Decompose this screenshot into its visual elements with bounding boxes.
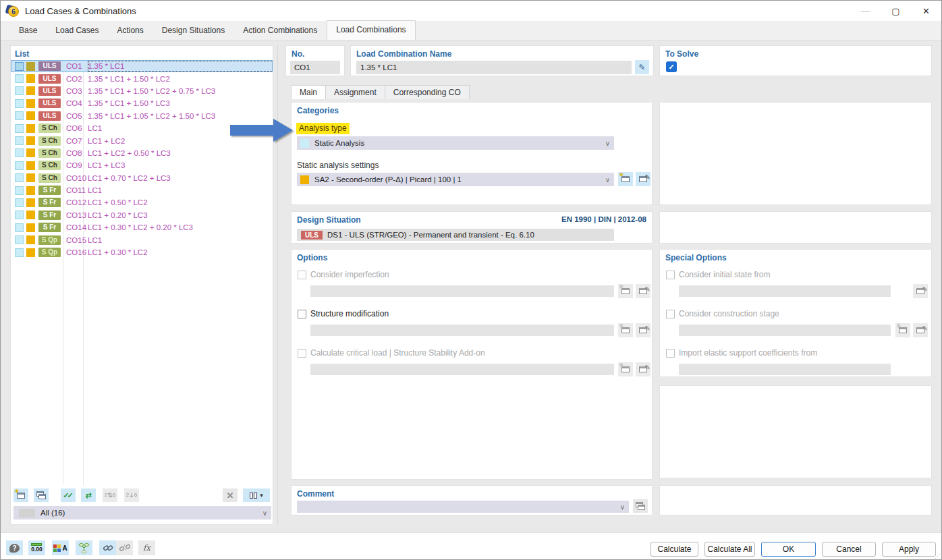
- name-label: Load Combination Name: [356, 49, 451, 59]
- edit-settings-button[interactable]: ✎: [636, 172, 650, 186]
- list-item[interactable]: S Ch CO9 LC1 + LC3: [11, 159, 273, 171]
- tab-load-cases[interactable]: Load Cases: [47, 22, 107, 40]
- no-field: CO1: [290, 61, 340, 74]
- check-all-button[interactable]: ✓✓: [61, 488, 76, 502]
- chevron-down-icon: ∨: [620, 503, 625, 511]
- edit-critical-load-button[interactable]: ✎: [636, 362, 650, 376]
- columns-icon: [250, 493, 257, 499]
- chevron-down-icon: ∨: [605, 140, 610, 147]
- edit-initial-state-button[interactable]: ✎: [913, 284, 928, 298]
- new-construction-stage-button[interactable]: ✶: [895, 323, 910, 337]
- delete-co-button[interactable]: ✕: [223, 488, 238, 502]
- import-elastic-support-checkbox[interactable]: [666, 349, 675, 358]
- solve-swatch: [15, 136, 24, 145]
- dropdown-arrow-icon: ▾: [260, 492, 263, 499]
- new-settings-button[interactable]: ✶: [618, 172, 633, 186]
- units-settings-button[interactable]: 0.00: [28, 540, 45, 555]
- comment-dropdown[interactable]: ∨: [297, 501, 629, 513]
- color-swatch: [26, 211, 35, 219]
- close-button[interactable]: ✕: [911, 1, 941, 21]
- structure-modification-checkbox[interactable]: [298, 310, 306, 318]
- chain-link-icon: [103, 542, 113, 553]
- new-structure-modification-button[interactable]: ✶: [618, 323, 633, 337]
- co-number-panel: No. CO1: [285, 45, 345, 76]
- list-item[interactable]: ULS CO3 1.35 * LC1 + 1.50 * LC2 + 0.75 *…: [11, 85, 273, 97]
- list-item[interactable]: S Fr CO14 LC1 + 0.30 * LC2 + 0.20 * LC3: [11, 221, 273, 233]
- design-situation-field[interactable]: ULS DS1 - ULS (STR/GEO) - Permanent and …: [297, 229, 614, 241]
- model-tree-button[interactable]: [76, 540, 92, 555]
- design-situation-badge: S Fr: [38, 198, 61, 207]
- edit-structure-modification-button[interactable]: ✎: [636, 323, 650, 337]
- subtab-assignment[interactable]: Assignment: [326, 85, 385, 99]
- color-swatch: [26, 173, 35, 182]
- cancel-button[interactable]: Cancel: [822, 542, 876, 557]
- columns-view-button[interactable]: ▾: [243, 488, 270, 502]
- ok-button[interactable]: OK: [761, 542, 816, 557]
- solve-swatch: [15, 74, 24, 83]
- list-filter-dropdown[interactable]: All (16) ∨: [13, 506, 271, 520]
- units-icon: 0.00: [31, 543, 43, 553]
- formula-button[interactable]: fx: [138, 540, 155, 555]
- list-item[interactable]: S Fr CO12 LC1 + 0.50 * LC2: [11, 196, 273, 208]
- design-situation-value: DS1 - ULS (STR/GEO) - Permanent and tran…: [327, 231, 534, 239]
- title-bar[interactable]: 6 Load Cases & Combinations — ▢ ✕: [1, 1, 941, 21]
- tab-action-combinations[interactable]: Action Combinations: [234, 22, 326, 40]
- help-button[interactable]: ?: [6, 540, 23, 555]
- edit-construction-stage-button[interactable]: ✎: [913, 323, 928, 337]
- list-item[interactable]: S Qp CO15 LC1: [11, 233, 273, 246]
- link-button[interactable]: [99, 540, 116, 555]
- empty-panel: [659, 102, 932, 205]
- tab-load-combinations[interactable]: Load Combinations: [327, 20, 415, 40]
- design-situation-title: Design Situation: [297, 215, 361, 225]
- copy-comment-button[interactable]: [633, 499, 648, 513]
- design-situation-badge: ULS: [38, 61, 61, 71]
- maximize-button[interactable]: ▢: [881, 1, 911, 21]
- list-item[interactable]: S Fr CO13 LC1 + 0.20 * LC3: [11, 209, 273, 221]
- calculate-all-button[interactable]: Calculate All: [704, 542, 755, 557]
- consider-initial-state-checkbox[interactable]: [666, 271, 675, 279]
- calculate-critical-load-checkbox[interactable]: [298, 349, 306, 358]
- new-co-button[interactable]: ✶: [13, 488, 28, 502]
- rename-button[interactable]: ✎: [635, 60, 649, 74]
- list-item[interactable]: S Fr CO11 LC1: [11, 184, 273, 196]
- copy-co-button[interactable]: [34, 488, 49, 502]
- display-settings-button[interactable]: A: [52, 540, 69, 555]
- list-item[interactable]: ULS CO1 1.35 * LC1: [11, 60, 273, 72]
- options-title: Options: [297, 253, 327, 262]
- renumber-gaps-button[interactable]: 2⇣6: [124, 488, 139, 502]
- uls-badge: ULS: [301, 231, 323, 240]
- static-settings-dropdown[interactable]: SA2 - Second-order (P-Δ) | Picard | 100 …: [297, 173, 614, 186]
- resize-grip[interactable]: ⋰: [935, 554, 940, 559]
- apply-button[interactable]: Apply: [882, 542, 936, 557]
- co-formula: LC1: [88, 185, 273, 196]
- to-solve-checkbox[interactable]: ✓: [666, 61, 677, 72]
- elastic-support-field: [679, 364, 891, 375]
- unlink-button[interactable]: [116, 540, 133, 555]
- minimize-button[interactable]: —: [850, 1, 881, 21]
- renumber-button[interactable]: 2⇅6: [103, 488, 117, 502]
- new-critical-load-button[interactable]: ✶: [618, 362, 633, 376]
- tab-base[interactable]: Base: [10, 22, 46, 40]
- analysis-type-dropdown[interactable]: Static Analysis ∨: [297, 136, 614, 150]
- list-item[interactable]: S Ch CO8 LC1 + LC2 + 0.50 * LC3: [11, 147, 273, 159]
- chevron-down-icon: ∨: [262, 509, 267, 517]
- subtab-main[interactable]: Main: [291, 85, 326, 99]
- name-field[interactable]: 1.35 * LC1: [356, 61, 632, 74]
- co-formula: 1.35 * LC1 + 1.50 * LC2 + 0.75 * LC3: [88, 86, 273, 96]
- edit-imperfection-button[interactable]: ✎: [636, 284, 650, 298]
- new-imperfection-button[interactable]: ✶: [618, 284, 633, 298]
- tab-design-situations[interactable]: Design Situations: [153, 22, 233, 40]
- subtab-corresponding-co[interactable]: Corresponding CO: [385, 85, 470, 99]
- list-item[interactable]: ULS CO2 1.35 * LC1 + 1.50 * LC2: [11, 72, 273, 84]
- tab-actions[interactable]: Actions: [108, 22, 152, 40]
- panel-splitter[interactable]: [277, 45, 278, 525]
- empty-panel: [659, 211, 932, 244]
- list-item[interactable]: ULS CO4 1.35 * LC1 + 1.50 * LC3: [11, 97, 273, 109]
- invert-selection-button[interactable]: ⇄: [81, 488, 96, 502]
- consider-initial-state-label: Consider initial state from: [679, 270, 770, 279]
- consider-imperfection-checkbox[interactable]: [298, 271, 306, 279]
- list-item[interactable]: S Qp CO16 LC1 + 0.30 * LC2: [11, 246, 273, 258]
- calculate-button[interactable]: Calculate: [650, 542, 698, 557]
- list-item[interactable]: S Ch CO10 LC1 + 0.70 * LC2 + LC3: [11, 172, 273, 184]
- consider-construction-stage-checkbox[interactable]: [666, 310, 675, 318]
